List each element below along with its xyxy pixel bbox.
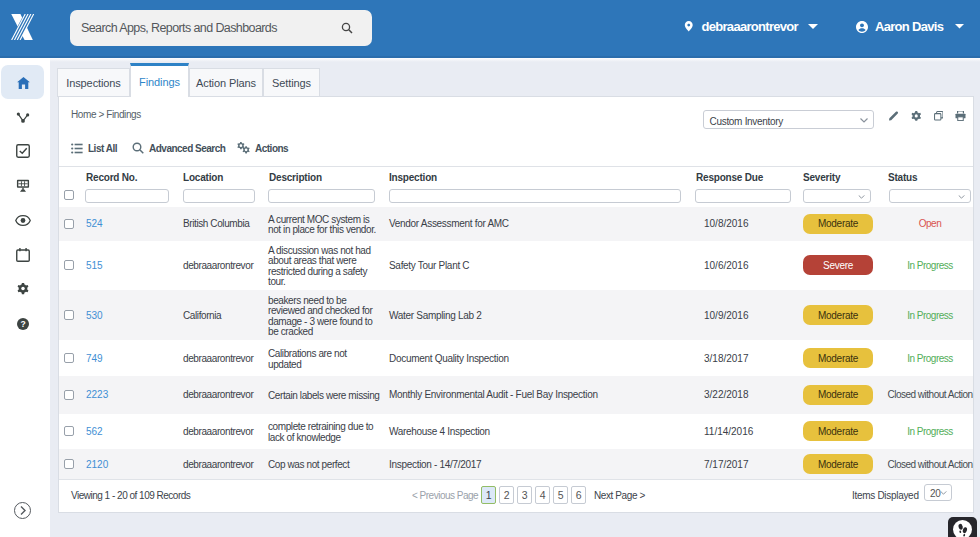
svg-text:?: ? (20, 319, 25, 329)
